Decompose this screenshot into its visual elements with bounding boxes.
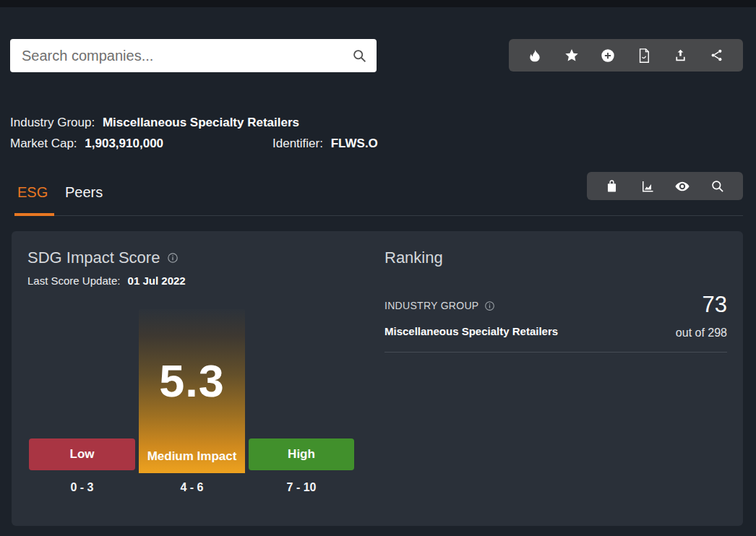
search-bar (10, 39, 377, 72)
bag-icon[interactable] (602, 176, 622, 196)
identifier-group: Identifier: FLWS.O (272, 137, 378, 151)
industry-group-line: Industry Group: Miscellaneous Specialty … (10, 116, 299, 130)
search-input[interactable] (10, 39, 377, 72)
search-icon[interactable] (352, 48, 367, 64)
market-cap-line: Market Cap: 1,903,910,000 Identifier: FL… (10, 137, 458, 154)
tab-peers[interactable]: Peers (65, 184, 103, 201)
sdg-score-value: 5.3 (139, 358, 245, 404)
pdf-export-icon[interactable] (634, 46, 654, 66)
rank-out-of: out of 298 (676, 327, 727, 340)
gauge-medium-range: 4 - 6 (139, 481, 245, 494)
industry-group-rank-row: INDUSTRY GROUP (385, 300, 495, 311)
gauge-high-segment: High (249, 438, 354, 470)
top-black-strip (0, 0, 756, 7)
gauge-medium-segment: 5.3 Medium Impact (139, 309, 245, 473)
view-toolbar (587, 172, 743, 200)
ranking-title: Ranking (385, 248, 443, 267)
gauge-medium-label: Medium Impact (139, 449, 245, 464)
eye-icon[interactable] (672, 176, 692, 196)
flame-icon[interactable] (525, 46, 545, 66)
top-toolbar (509, 39, 743, 72)
ranking-group-label: INDUSTRY GROUP (385, 300, 478, 311)
sdg-title: SDG Impact Score (27, 248, 160, 267)
info-icon[interactable] (167, 252, 179, 264)
market-cap-value: 1,903,910,000 (85, 137, 163, 150)
plus-circle-icon[interactable] (598, 46, 618, 66)
area-chart-icon[interactable] (637, 176, 658, 196)
gauge-low-range: 0 - 3 (29, 481, 135, 494)
industry-group-value: Miscellaneous Specialty Retailers (103, 116, 299, 129)
sdg-title-row: SDG Impact Score (27, 248, 179, 267)
market-cap-label: Market Cap: (10, 137, 77, 150)
share-icon[interactable] (707, 46, 727, 66)
rank-value: 73 (703, 292, 727, 318)
last-update-label: Last Score Update: (27, 275, 120, 287)
ranking-divider (385, 352, 727, 353)
identifier-value: FLWS.O (331, 137, 378, 150)
esg-card: SDG Impact Score Last Score Update: 01 J… (12, 231, 743, 526)
gauge-low-segment: Low (29, 438, 135, 470)
upload-icon[interactable] (670, 46, 690, 66)
gauge-high-label: High (249, 438, 354, 470)
industry-group-label: Industry Group: (10, 116, 95, 129)
gauge-low-label: Low (29, 438, 135, 470)
last-update-value: 01 Jul 2022 (128, 275, 186, 287)
tabs-divider (14, 215, 743, 216)
magnifier-icon[interactable] (708, 176, 728, 196)
info-icon[interactable] (484, 301, 495, 311)
star-icon[interactable] (562, 46, 582, 66)
ranking-group-name: Miscellaneous Specialty Retailers (385, 325, 558, 337)
tab-esg[interactable]: ESG (17, 184, 48, 201)
gauge-high-range: 7 - 10 (249, 481, 354, 494)
active-tab-underline (14, 213, 54, 216)
identifier-label: Identifier: (272, 137, 323, 150)
last-score-update: Last Score Update: 01 Jul 2022 (27, 275, 186, 287)
